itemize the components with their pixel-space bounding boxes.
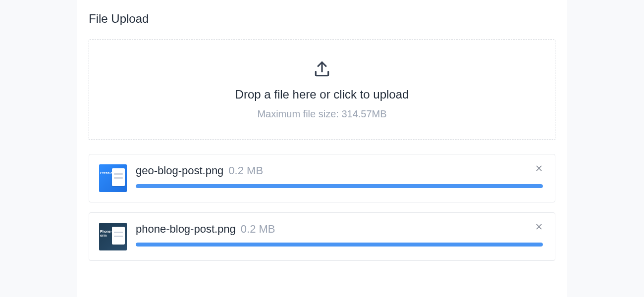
- progress-bar: [136, 243, 543, 247]
- dropzone-maxsize: Maximum file size: 314.57MB: [99, 108, 545, 120]
- close-icon: [535, 164, 543, 172]
- progress-fill: [136, 243, 543, 247]
- file-thumbnail: Phone er Field orm: [99, 223, 127, 250]
- file-name: geo-blog-post.png: [136, 164, 223, 177]
- file-dropzone[interactable]: Drop a file here or click to upload Maxi…: [89, 40, 555, 140]
- file-name: phone-blog-post.png: [136, 223, 236, 236]
- upload-icon: [99, 60, 545, 79]
- file-size: 0.2 MB: [241, 223, 275, 236]
- file-size: 0.2 MB: [228, 164, 263, 177]
- file-item: Press cation geo-blog-post.png 0.2 MB: [89, 154, 555, 202]
- file-thumbnail: Press cation: [99, 164, 127, 192]
- remove-file-button[interactable]: [533, 162, 545, 174]
- file-item: Phone er Field orm phone-blog-post.png 0…: [89, 212, 555, 261]
- progress-fill: [136, 184, 543, 188]
- dropzone-instruction: Drop a file here or click to upload: [99, 88, 545, 101]
- file-upload-panel: File Upload Drop a file here or click to…: [77, 0, 567, 297]
- section-title: File Upload: [89, 12, 555, 26]
- progress-bar: [136, 184, 543, 188]
- close-icon: [535, 223, 543, 231]
- remove-file-button[interactable]: [533, 221, 545, 233]
